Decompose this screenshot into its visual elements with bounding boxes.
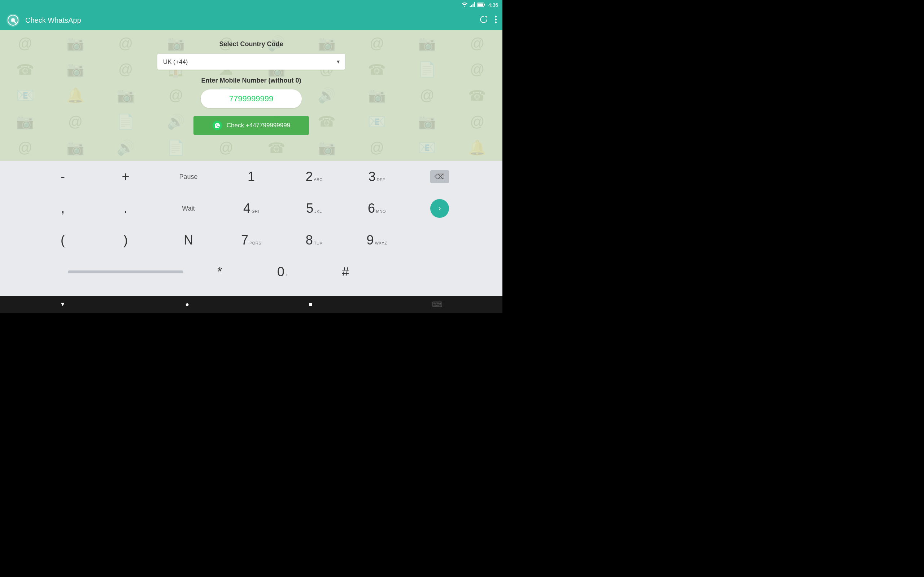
key-spacebar-area[interactable] — [63, 256, 188, 288]
whatsapp-logo-icon — [212, 121, 222, 131]
svg-point-12 — [495, 16, 497, 17]
svg-rect-6 — [484, 3, 485, 5]
key-6[interactable]: 6 MNO — [346, 193, 408, 224]
nav-recents-icon[interactable]: ■ — [309, 301, 313, 308]
key-2[interactable]: 2 ABC — [283, 161, 346, 193]
key-4[interactable]: 4 GHI — [220, 193, 283, 224]
keyboard-icon[interactable]: ⌨ — [432, 300, 443, 309]
signal-icon — [470, 2, 475, 8]
keyboard-row-2: , . Wait 4 GHI 5 JKL 6 MNO — [0, 193, 502, 224]
keyboard-row-1: - + Pause 1 2 ABC 3 DEF — [0, 161, 502, 193]
key-9[interactable]: 9 WXYZ — [346, 224, 408, 256]
key-hash[interactable]: # — [314, 256, 377, 288]
keyboard-area: - + Pause 1 2 ABC 3 DEF — [0, 161, 502, 296]
svg-rect-0 — [470, 6, 471, 7]
nav-home-icon[interactable]: ● — [185, 301, 189, 308]
main-content: @ 📷 @ 📷 @ 🔊 📷 @ 📷 @ ☎ 📷 @ 🏠 ☁ 📷 @ ☎ 📄 @ … — [0, 30, 502, 161]
refresh-button[interactable] — [480, 16, 488, 25]
key-wait[interactable]: Wait — [157, 193, 220, 224]
next-arrow-icon: › — [430, 199, 449, 218]
time-display: 4:36 — [488, 2, 498, 8]
app-bar: Check WhatsApp — [0, 10, 502, 30]
key-8[interactable]: 8 TUV — [283, 224, 346, 256]
key-0[interactable]: 0 + — [251, 256, 314, 288]
key-n[interactable]: N — [157, 224, 220, 256]
key-empty — [408, 224, 471, 256]
key-delete[interactable]: ⌫ — [408, 161, 471, 193]
key-1[interactable]: 1 — [220, 161, 283, 193]
battery-icon — [477, 3, 485, 8]
check-button[interactable]: Check +447799999999 — [194, 116, 309, 135]
key-pause[interactable]: Pause — [157, 161, 220, 193]
svg-point-13 — [495, 18, 497, 20]
key-placeholder-right — [377, 256, 439, 288]
key-period[interactable]: . — [94, 193, 157, 224]
app-logo — [6, 13, 20, 27]
key-5[interactable]: 5 JKL — [283, 193, 346, 224]
spacebar[interactable] — [68, 271, 183, 273]
key-next[interactable]: › — [408, 193, 471, 224]
nav-bar: ▼ ● ■ ⌨ — [0, 296, 502, 313]
key-plus[interactable]: + — [94, 161, 157, 193]
svg-rect-5 — [478, 3, 483, 6]
key-close-paren[interactable]: ) — [94, 224, 157, 256]
select-country-label: Select Country Code — [219, 40, 283, 48]
key-open-paren[interactable]: ( — [31, 224, 94, 256]
app-title: Check WhatsApp — [25, 16, 480, 24]
wifi-icon — [461, 2, 468, 8]
svg-point-10 — [12, 19, 14, 21]
svg-rect-3 — [474, 2, 475, 7]
key-comma[interactable]: , — [31, 193, 94, 224]
nav-back-icon[interactable]: ▼ — [60, 301, 66, 308]
key-7[interactable]: 7 PQRS — [220, 224, 283, 256]
status-bar: 4:36 — [0, 0, 502, 10]
keyboard-bottom-row: * 0 + # — [0, 256, 502, 288]
keyboard-row-3: ( ) N 7 PQRS 8 TUV 9 WXYZ — [0, 224, 502, 256]
delete-icon: ⌫ — [430, 170, 449, 183]
svg-point-14 — [495, 21, 497, 23]
country-select-wrapper: UK (+44) US (+1) IN (+91) AU (+61) ▼ — [157, 54, 345, 69]
phone-input[interactable] — [201, 89, 302, 108]
mobile-label: Enter Mobile Number (without 0) — [201, 77, 301, 84]
more-options-button[interactable] — [495, 16, 497, 25]
svg-rect-1 — [471, 5, 472, 7]
key-3[interactable]: 3 DEF — [346, 161, 408, 193]
svg-rect-2 — [472, 3, 473, 7]
key-star[interactable]: * — [188, 256, 251, 288]
country-select[interactable]: UK (+44) US (+1) IN (+91) AU (+61) — [157, 54, 345, 69]
key-minus[interactable]: - — [31, 161, 94, 193]
check-button-text: Check +447799999999 — [227, 122, 290, 129]
